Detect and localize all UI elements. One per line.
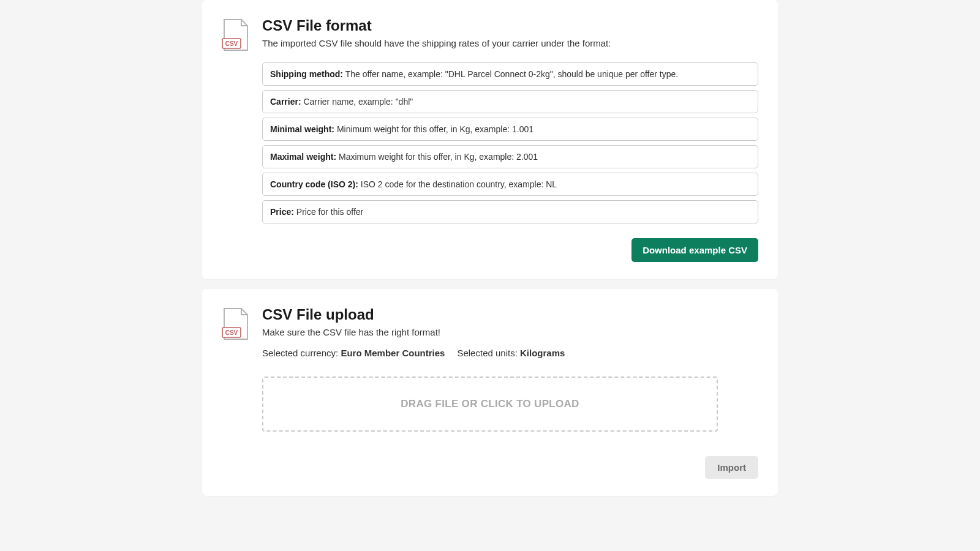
csv-format-card: CSV CSV File format The imported CSV fil… (202, 0, 778, 279)
selected-units-value: Kilograms (520, 348, 565, 358)
csv-file-icon: CSV (222, 307, 250, 340)
csv-upload-header: CSV CSV File upload Make sure the CSV fi… (222, 306, 758, 340)
field-description: The offer name, example: "DHL Parcel Con… (345, 69, 679, 79)
selected-currency-value: Euro Member Countries (341, 348, 445, 358)
field-description: Carrier name, example: "dhl" (303, 97, 413, 107)
selected-currency: Selected currency: Euro Member Countries (262, 348, 445, 358)
field-label: Carrier: (270, 97, 301, 107)
svg-text:CSV: CSV (225, 329, 238, 336)
dropzone-text: DRAG FILE OR CLICK TO UPLOAD (401, 398, 579, 410)
csv-field-carrier: Carrier: Carrier name, example: "dhl" (262, 90, 758, 113)
csv-upload-subtitle: Make sure the CSV file has the right for… (262, 326, 440, 339)
field-label: Country code (ISO 2): (270, 179, 358, 189)
field-label: Minimal weight: (270, 124, 334, 134)
csv-field-list: Shipping method: The offer name, example… (262, 62, 758, 223)
selected-units-label: Selected units: (457, 348, 520, 358)
csv-field-price: Price: Price for this offer (262, 200, 758, 223)
field-description: Maximum weight for this offer, in Kg, ex… (339, 152, 538, 162)
csv-format-header: CSV CSV File format The imported CSV fil… (222, 17, 758, 51)
csv-format-title: CSV File format (262, 17, 611, 34)
field-label: Maximal weight: (270, 152, 336, 162)
svg-text:CSV: CSV (225, 40, 238, 47)
selected-units: Selected units: Kilograms (457, 348, 565, 358)
csv-file-icon: CSV (222, 18, 250, 51)
csv-field-country-code: Country code (ISO 2): ISO 2 code for the… (262, 173, 758, 196)
file-dropzone[interactable]: DRAG FILE OR CLICK TO UPLOAD (262, 377, 718, 432)
selected-info-row: Selected currency: Euro Member Countries… (262, 348, 758, 358)
field-description: ISO 2 code for the destination country, … (361, 179, 557, 189)
field-description: Price for this offer (296, 207, 363, 217)
csv-format-subtitle: The imported CSV file should have the sh… (262, 37, 611, 50)
field-label: Price: (270, 207, 294, 217)
selected-currency-label: Selected currency: (262, 348, 341, 358)
csv-field-shipping-method: Shipping method: The offer name, example… (262, 62, 758, 86)
import-button[interactable]: Import (705, 456, 758, 479)
csv-field-minimal-weight: Minimal weight: Minimum weight for this … (262, 118, 758, 141)
csv-upload-card: CSV CSV File upload Make sure the CSV fi… (202, 289, 778, 496)
csv-upload-title: CSV File upload (262, 306, 440, 323)
field-description: Minimum weight for this offer, in Kg, ex… (337, 124, 533, 134)
csv-field-maximal-weight: Maximal weight: Maximum weight for this … (262, 145, 758, 168)
field-label: Shipping method: (270, 69, 343, 79)
download-example-csv-button[interactable]: Download example CSV (631, 238, 758, 262)
